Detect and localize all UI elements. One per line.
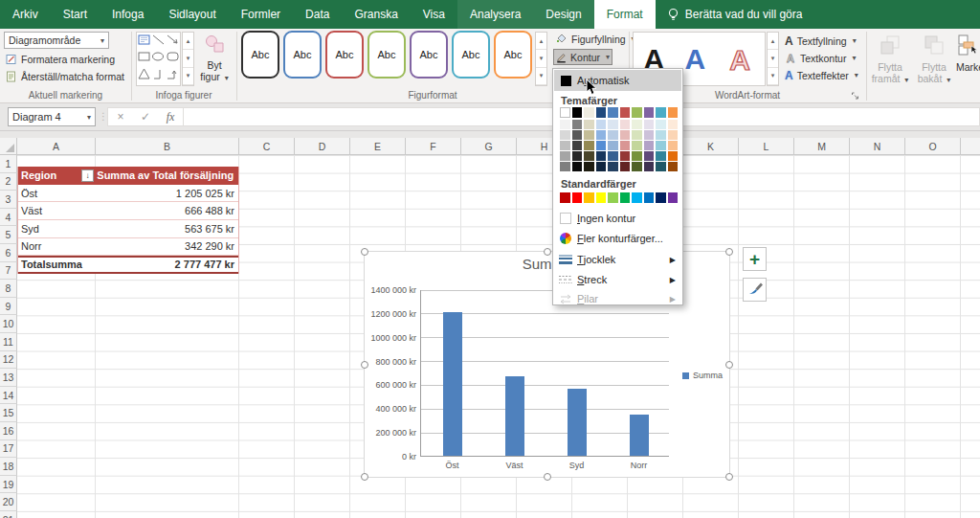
row-header-7[interactable]: 7 — [0, 262, 17, 281]
variant-color-swatch[interactable] — [644, 129, 655, 140]
variant-color-swatch[interactable] — [596, 150, 607, 161]
row-header-19[interactable]: 19 — [0, 476, 17, 494]
variant-color-swatch[interactable] — [572, 150, 583, 161]
column-header-K[interactable]: K — [683, 138, 739, 155]
column-header-M[interactable]: M — [794, 138, 850, 155]
chart-styles-button[interactable] — [743, 278, 767, 302]
menu-item-dashes[interactable]: Streck ▶ — [554, 269, 681, 290]
row-header-15[interactable]: 15 — [0, 404, 17, 422]
tab-design[interactable]: Design — [533, 0, 593, 29]
variant-color-swatch[interactable] — [584, 150, 594, 161]
variant-color-swatch[interactable] — [656, 129, 666, 140]
tab-arkiv[interactable]: Arkiv — [0, 0, 51, 29]
tab-formler[interactable]: Formler — [229, 0, 293, 29]
theme-color-swatch[interactable] — [620, 107, 631, 118]
shape-style-4[interactable]: Abc — [368, 31, 406, 79]
row-header-17[interactable]: 17 — [0, 440, 17, 459]
chart-bar-3[interactable] — [630, 415, 649, 456]
variant-color-swatch[interactable] — [644, 161, 655, 171]
variant-color-swatch[interactable] — [596, 161, 607, 171]
wordart-style-blue[interactable]: A — [685, 35, 706, 83]
menu-item-no-outline[interactable]: Ingen kontur — [554, 208, 681, 229]
variant-color-swatch[interactable] — [560, 161, 570, 171]
enter-button[interactable]: ✓ — [133, 110, 158, 124]
chart-bar-2[interactable] — [568, 389, 587, 456]
standard-color-swatch[interactable] — [584, 192, 594, 203]
resize-handle[interactable] — [725, 473, 733, 481]
variant-color-swatch[interactable] — [620, 119, 631, 129]
theme-color-swatch[interactable] — [572, 107, 583, 118]
variant-color-swatch[interactable] — [584, 129, 594, 140]
variant-color-swatch[interactable] — [560, 129, 570, 140]
variant-color-swatch[interactable] — [620, 150, 631, 161]
chart-legend[interactable]: Summa — [682, 371, 723, 380]
scroll-down-icon[interactable]: ▾ — [183, 50, 193, 67]
variant-color-swatch[interactable] — [560, 140, 570, 150]
column-header-P[interactable]: P — [961, 138, 980, 155]
shape-styles-scrollbar[interactable]: ▴ ▾ ▾ — [535, 32, 547, 86]
sort-filter-icon[interactable]: ↓ — [81, 169, 94, 182]
variant-color-swatch[interactable] — [620, 129, 631, 140]
row-header-16[interactable]: 16 — [0, 422, 17, 440]
pivot-row[interactable]: Väst666 488 kr — [18, 202, 238, 220]
variant-color-swatch[interactable] — [608, 129, 618, 140]
variant-color-swatch[interactable] — [608, 150, 618, 161]
column-header-N[interactable]: N — [850, 138, 905, 155]
shape-style-1[interactable]: Abc — [241, 31, 279, 79]
chart-bar-1[interactable] — [505, 376, 524, 456]
variant-color-swatch[interactable] — [572, 129, 583, 140]
variant-color-swatch[interactable] — [668, 119, 679, 129]
row-header-9[interactable]: 9 — [0, 298, 17, 316]
variant-color-swatch[interactable] — [668, 129, 679, 140]
text-effects-button[interactable]: A Texteffekter ▾ — [783, 67, 860, 83]
select-all-corner[interactable] — [0, 138, 17, 155]
row-header-1[interactable]: 1 — [0, 155, 17, 173]
column-header-D[interactable]: D — [295, 138, 350, 155]
variant-color-swatch[interactable] — [632, 150, 642, 161]
theme-color-swatch[interactable] — [596, 107, 607, 118]
scroll-up-icon[interactable]: ▴ — [768, 33, 778, 50]
theme-color-swatch[interactable] — [656, 107, 666, 118]
name-box[interactable]: Diagram 4 ▾ — [8, 107, 96, 126]
scroll-down-icon[interactable]: ▾ — [768, 50, 778, 67]
variant-color-swatch[interactable] — [644, 140, 655, 150]
shape-outline-button[interactable]: Kontur ▾ — [553, 49, 612, 65]
variant-color-swatch[interactable] — [668, 140, 679, 150]
shape-style-3[interactable]: Abc — [325, 31, 364, 79]
theme-color-swatch[interactable] — [584, 107, 594, 118]
variant-color-swatch[interactable] — [632, 119, 642, 129]
row-header-20[interactable]: 20 — [0, 493, 17, 511]
variant-color-swatch[interactable] — [572, 161, 583, 171]
insert-function-button[interactable]: fx — [158, 110, 183, 124]
row-header-5[interactable]: 5 — [0, 226, 17, 244]
resize-handle[interactable] — [544, 248, 551, 256]
gallery-more-icon[interactable]: ▾ — [183, 68, 193, 85]
variant-color-swatch[interactable] — [644, 150, 655, 161]
variant-color-swatch[interactable] — [656, 150, 666, 161]
chart-element-combo[interactable]: Diagramområde ▾ — [4, 32, 109, 49]
pivot-total-row[interactable]: Totalsumma 2 777 477 kr — [18, 256, 238, 274]
standard-color-swatch[interactable] — [668, 192, 679, 203]
gallery-more-icon[interactable]: ▾ — [768, 68, 778, 85]
row-header-12[interactable]: 12 — [0, 351, 17, 370]
variant-color-swatch[interactable] — [668, 150, 679, 161]
resize-handle[interactable] — [544, 473, 551, 481]
dialog-launcher-icon[interactable] — [851, 92, 860, 101]
tab-infoga[interactable]: Infoga — [100, 0, 156, 29]
resize-handle[interactable] — [725, 248, 733, 256]
row-header-14[interactable]: 14 — [0, 387, 17, 405]
tab-analysera[interactable]: Analysera — [457, 0, 533, 29]
row-header-2[interactable]: 2 — [0, 173, 17, 191]
insert-shapes-gallery[interactable] — [136, 32, 181, 86]
variant-color-swatch[interactable] — [620, 161, 631, 171]
tab-sidlayout[interactable]: Sidlayout — [156, 0, 228, 29]
cancel-button[interactable]: × — [108, 110, 133, 124]
standard-color-swatch[interactable] — [620, 192, 631, 203]
row-header-4[interactable]: 4 — [0, 209, 17, 227]
wordart-style-red-outline[interactable]: A — [725, 35, 754, 83]
variant-color-swatch[interactable] — [572, 140, 583, 150]
menu-item-automatic[interactable]: Automatisk — [554, 70, 681, 91]
scroll-down-icon[interactable]: ▾ — [536, 50, 546, 67]
variant-color-swatch[interactable] — [608, 119, 618, 129]
menu-item-weight[interactable]: Tjocklek ▶ — [554, 249, 681, 270]
